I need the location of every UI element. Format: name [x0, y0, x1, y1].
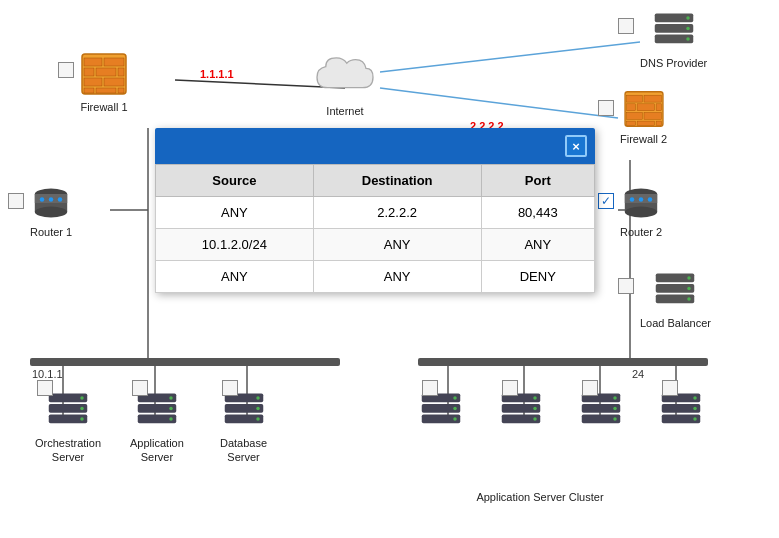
svg-point-99	[613, 417, 617, 421]
cell-source: ANY	[156, 261, 314, 293]
bus-left-ip-label: 10.1.1	[32, 368, 63, 380]
svg-point-67	[80, 396, 84, 400]
svg-point-85	[453, 396, 457, 400]
cloud-icon	[310, 50, 380, 100]
svg-point-49	[49, 197, 54, 202]
cluster4-checkbox[interactable]	[662, 380, 678, 399]
svg-point-93	[533, 417, 537, 421]
cell-port: 80,443	[481, 197, 594, 229]
popup-close-button[interactable]: ×	[565, 135, 587, 157]
popup-header: ×	[155, 128, 595, 164]
svg-point-61	[688, 276, 692, 280]
svg-point-68	[80, 407, 84, 411]
col-source: Source	[156, 165, 314, 197]
cluster1-checkbox[interactable]	[422, 380, 438, 399]
svg-point-105	[693, 417, 697, 421]
svg-point-46	[35, 207, 67, 218]
cell-source: ANY	[156, 197, 314, 229]
loadbalancer-checkbox[interactable]	[618, 278, 634, 297]
orch-checkbox[interactable]	[37, 380, 53, 399]
node-router2: ✓ Router 2	[620, 185, 662, 239]
svg-point-62	[688, 287, 692, 291]
node-cluster1	[420, 390, 462, 432]
svg-point-79	[256, 396, 260, 400]
svg-rect-41	[626, 121, 635, 125]
cell-destination: ANY	[313, 229, 481, 261]
router2-checkbox[interactable]: ✓	[598, 193, 614, 209]
svg-rect-36	[626, 104, 635, 111]
svg-rect-40	[644, 112, 661, 119]
orch-icon	[47, 390, 89, 432]
svg-rect-20	[118, 68, 124, 76]
firewall1-label: Firewall 1	[80, 100, 127, 114]
svg-rect-17	[104, 58, 124, 66]
router2-label: Router 2	[620, 225, 662, 239]
dns-label: DNS Provider	[640, 56, 707, 70]
router1-icon	[33, 185, 69, 221]
loadbalancer-label: Load Balancer	[640, 316, 711, 330]
firewall2-checkbox[interactable]	[598, 100, 614, 119]
svg-rect-35	[644, 95, 661, 102]
svg-point-29	[686, 16, 690, 20]
svg-rect-18	[84, 68, 94, 76]
svg-point-73	[169, 396, 173, 400]
dns-server-icon	[653, 10, 695, 52]
ip-firewall1: 1.1.1.1	[200, 68, 234, 80]
appserver-label: Application Server	[130, 436, 184, 465]
node-dbserver: Database Server	[220, 390, 267, 465]
node-cluster3	[580, 390, 622, 432]
cluster3-checkbox[interactable]	[582, 380, 598, 399]
table-row: ANYANYDENY	[156, 261, 595, 293]
svg-rect-22	[104, 78, 124, 86]
col-destination: Destination	[313, 165, 481, 197]
svg-point-81	[256, 417, 260, 421]
svg-rect-19	[96, 68, 116, 76]
node-router1: Router 1	[30, 185, 72, 239]
firewall1-checkbox[interactable]	[58, 62, 74, 81]
cell-destination: ANY	[313, 261, 481, 293]
table-row: 10.1.2.0/24ANYANY	[156, 229, 595, 261]
svg-point-57	[648, 197, 653, 202]
svg-point-48	[40, 197, 45, 202]
svg-point-91	[533, 396, 537, 400]
firewall2-icon	[623, 90, 665, 128]
svg-point-104	[693, 407, 697, 411]
dns-checkbox[interactable]	[618, 18, 634, 37]
svg-point-30	[686, 27, 690, 31]
node-loadbalancer: Load Balancer	[640, 270, 711, 330]
cell-port: DENY	[481, 261, 594, 293]
svg-point-74	[169, 407, 173, 411]
svg-point-63	[688, 297, 692, 301]
loadbalancer-icon	[654, 270, 696, 312]
internet-label: Internet	[326, 104, 363, 118]
orch-label: Orchestration Server	[35, 436, 101, 465]
svg-point-92	[533, 407, 537, 411]
firewall1-icon	[80, 52, 128, 96]
svg-point-75	[169, 417, 173, 421]
router1-checkbox[interactable]	[8, 193, 24, 212]
svg-point-56	[639, 197, 644, 202]
svg-point-31	[686, 37, 690, 41]
dbserver-checkbox[interactable]	[222, 380, 238, 399]
node-cluster4	[660, 390, 702, 432]
svg-rect-39	[626, 112, 642, 119]
cluster2-checkbox[interactable]	[502, 380, 518, 399]
svg-point-80	[256, 407, 260, 411]
svg-point-55	[630, 197, 635, 202]
col-port: Port	[481, 165, 594, 197]
svg-point-53	[625, 207, 657, 218]
router2-icon	[623, 185, 659, 221]
svg-point-103	[693, 396, 697, 400]
svg-rect-37	[637, 104, 654, 111]
svg-point-86	[453, 407, 457, 411]
node-cluster2	[500, 390, 542, 432]
node-firewall2: Firewall 2	[620, 90, 667, 146]
svg-rect-21	[84, 78, 102, 86]
router1-label: Router 1	[30, 225, 72, 239]
firewall-rules-popup: × Source Destination Port ANY2.2.2.280,4…	[155, 128, 595, 293]
node-firewall1: Firewall 1	[80, 52, 128, 114]
appserver-checkbox[interactable]	[132, 380, 148, 399]
node-internet: Internet	[310, 50, 380, 118]
svg-rect-23	[84, 88, 94, 93]
node-dns: DNS Provider	[640, 10, 707, 70]
